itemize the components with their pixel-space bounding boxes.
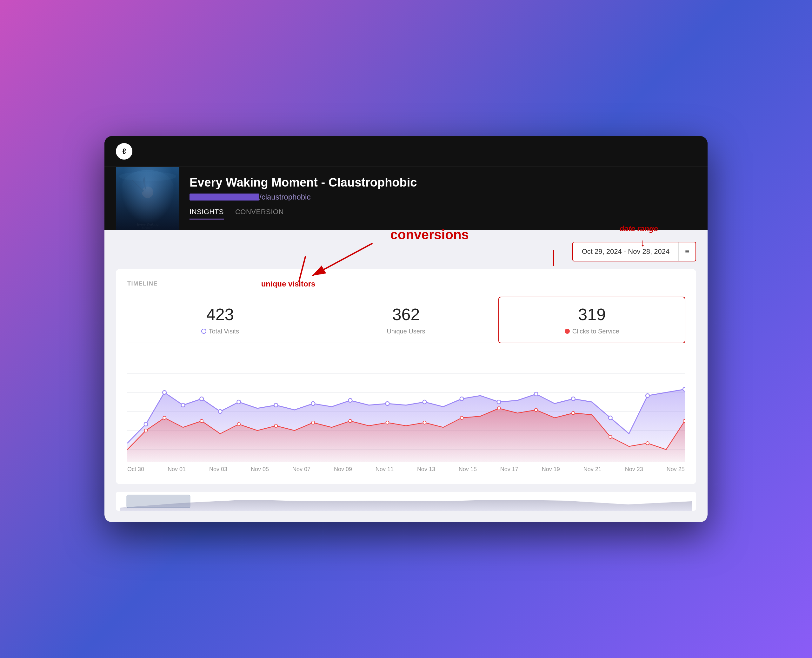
svg-point-18 xyxy=(274,403,278,407)
stat-total-visits: 423 Total Visits xyxy=(127,297,313,343)
svg-point-2 xyxy=(119,172,176,181)
menu-icon[interactable]: ≡ xyxy=(678,242,696,261)
stat-label-total-visits: Total Visits xyxy=(139,328,302,335)
dot-purple xyxy=(201,329,206,334)
stat-label-unique-users: Unique Users xyxy=(325,328,488,335)
svg-point-35 xyxy=(311,421,314,424)
url-bar xyxy=(190,194,259,201)
app-window: ℓ xyxy=(104,136,708,522)
svg-point-39 xyxy=(460,416,463,420)
svg-point-20 xyxy=(349,398,352,402)
chart-area xyxy=(127,354,685,462)
svg-rect-0 xyxy=(116,167,179,230)
timeline-label: TIMELINE xyxy=(127,280,685,287)
tab-conversion[interactable]: CONVERSION xyxy=(235,208,284,219)
svg-text:Every Waking: Every Waking xyxy=(137,222,159,226)
date-range-text: Oct 29, 2024 - Nov 28, 2024 xyxy=(573,242,678,261)
svg-point-33 xyxy=(237,423,240,426)
unique-visitors-annotation: unique visitors xyxy=(261,279,316,288)
svg-point-22 xyxy=(423,400,427,404)
svg-point-38 xyxy=(423,421,426,424)
svg-point-27 xyxy=(608,416,613,420)
svg-point-36 xyxy=(349,420,352,423)
svg-point-12 xyxy=(144,422,148,426)
x-axis: Oct 30 Nov 01 Nov 03 Nov 05 Nov 07 Nov 0… xyxy=(127,462,685,473)
svg-point-21 xyxy=(386,402,390,406)
svg-point-32 xyxy=(200,420,203,423)
url-text: /claustrophobic xyxy=(259,193,311,202)
svg-point-30 xyxy=(144,429,148,432)
svg-point-26 xyxy=(572,397,575,401)
stat-unique-users: unique visitors 362 Unique Users xyxy=(313,297,499,343)
svg-point-4 xyxy=(142,186,153,198)
svg-point-40 xyxy=(498,407,501,410)
svg-rect-46 xyxy=(127,495,190,508)
svg-point-25 xyxy=(534,392,538,396)
track-url: /claustrophobic xyxy=(190,193,696,202)
svg-point-24 xyxy=(497,400,501,404)
album-art: Every Waking Moment xyxy=(116,167,179,230)
album-art-image: Every Waking Moment xyxy=(116,167,179,230)
svg-point-34 xyxy=(274,424,278,427)
main-content: conversions date range ↓ Oct 29, 2024 - … xyxy=(104,230,708,522)
svg-point-31 xyxy=(163,416,166,420)
nav-tabs: INSIGHTS CONVERSION xyxy=(190,208,696,219)
header-section: Every Waking Moment Every Waking Moment … xyxy=(104,167,708,230)
svg-point-16 xyxy=(218,410,222,414)
svg-point-19 xyxy=(311,402,315,406)
svg-point-17 xyxy=(237,400,240,404)
track-title: Every Waking Moment - Claustrophobic xyxy=(190,176,696,190)
timeline-card: TIMELINE 423 Total Visits unique visitor… xyxy=(116,269,696,484)
header-info: Every Waking Moment - Claustrophobic /cl… xyxy=(179,167,696,230)
svg-point-3 xyxy=(141,193,155,211)
date-range-annotation: date range xyxy=(620,224,658,233)
svg-point-37 xyxy=(386,421,389,424)
svg-point-43 xyxy=(609,435,612,439)
svg-point-1 xyxy=(122,170,173,202)
svg-point-41 xyxy=(534,408,538,412)
mini-chart[interactable] xyxy=(116,492,696,511)
svg-point-23 xyxy=(460,397,464,401)
stat-label-clicks: Clicks to Service xyxy=(510,328,673,335)
svg-text:Moment: Moment xyxy=(142,227,153,230)
svg-point-42 xyxy=(572,412,575,415)
stat-number-clicks: 319 xyxy=(510,305,673,324)
dot-red xyxy=(565,329,570,334)
svg-point-45 xyxy=(683,420,685,423)
svg-point-44 xyxy=(646,442,649,445)
svg-point-15 xyxy=(199,397,204,401)
date-range-section: date range ↓ Oct 29, 2024 - Nov 28, 2024… xyxy=(116,242,696,262)
stats-row: 423 Total Visits unique visitors 362 Uni… xyxy=(127,297,685,343)
svg-point-28 xyxy=(646,394,649,398)
arrow-date-range: ↓ xyxy=(640,237,646,249)
top-bar: ℓ xyxy=(104,136,708,167)
stat-number-total-visits: 423 xyxy=(139,305,302,324)
stat-number-unique-users: 362 xyxy=(325,305,488,324)
svg-point-13 xyxy=(163,390,166,394)
chart-svg xyxy=(127,354,685,462)
svg-point-14 xyxy=(181,403,185,407)
svg-point-29 xyxy=(683,387,685,391)
date-range-box[interactable]: Oct 29, 2024 - Nov 28, 2024 ≡ xyxy=(572,242,696,262)
tab-insights[interactable]: INSIGHTS xyxy=(190,208,224,219)
stat-clicks-to-service: 319 Clicks to Service xyxy=(498,297,685,343)
logo: ℓ xyxy=(116,143,132,160)
